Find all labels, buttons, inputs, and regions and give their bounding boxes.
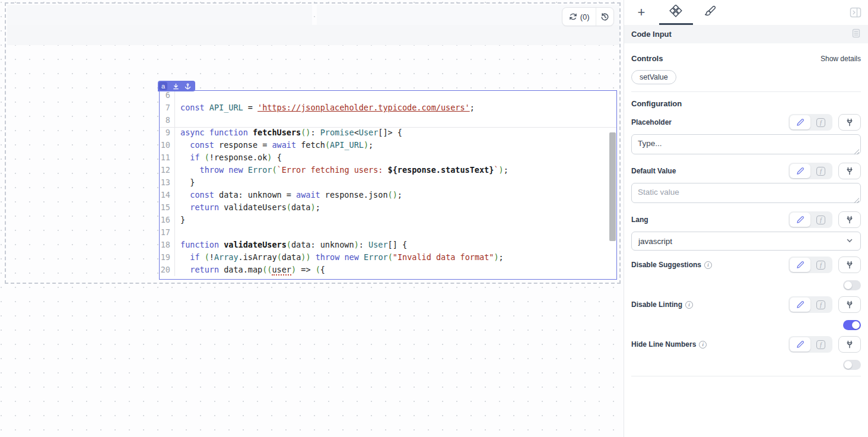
anchor-icon[interactable] [185, 83, 191, 90]
line-number: 17 [160, 226, 175, 239]
line-number: 12 [160, 164, 175, 176]
tab-add-widget[interactable]: + [631, 4, 651, 21]
code-line: 13 } [160, 176, 616, 189]
canvas-toolbar: (0) [562, 7, 614, 26]
field-label: Hide Line Numbers [631, 340, 696, 349]
line-number: 13 [160, 176, 175, 189]
code-line: 10 const response = await fetch(API_URL)… [160, 139, 616, 151]
insert-below-icon[interactable] [173, 83, 179, 90]
paintbrush-icon [704, 5, 717, 20]
js-mode-button[interactable]: f [810, 297, 831, 312]
lang-select[interactable]: javascript [631, 232, 861, 251]
bind-data-button[interactable] [838, 163, 861, 179]
line-number: 15 [160, 201, 175, 214]
js-mode-button[interactable]: f [810, 337, 831, 352]
default-value-input[interactable] [631, 183, 861, 203]
configuration-section-title: Configuration [631, 99, 682, 108]
edit-mode-button[interactable] [790, 297, 810, 312]
js-mode-button[interactable]: f [810, 258, 831, 272]
js-mode-button[interactable]: f [810, 164, 831, 178]
field-label: Default Value [631, 167, 676, 175]
fx-icon: f [816, 261, 825, 270]
divider [631, 376, 861, 376]
field-lang: Lang f javascript [631, 211, 861, 251]
js-mode-button[interactable]: f [810, 213, 831, 227]
chevron-down-icon [845, 236, 854, 246]
binding-mode-segment: f [788, 114, 832, 131]
editor-canvas[interactable]: (0) a 67const API_URL = [0, 0, 624, 437]
js-mode-button[interactable]: f [810, 115, 831, 129]
edit-mode-button[interactable] [790, 164, 810, 178]
info-icon[interactable]: i [704, 261, 712, 269]
field-label: Lang [631, 216, 648, 224]
bind-data-button[interactable] [838, 114, 861, 131]
setvalue-action-chip[interactable]: setValue [631, 70, 676, 84]
layout-zone [7, 25, 619, 45]
edit-mode-button[interactable] [790, 115, 810, 129]
tab-style[interactable] [700, 4, 720, 21]
bind-data-button[interactable] [838, 296, 861, 313]
history-icon [600, 12, 609, 21]
disable-linting-toggle[interactable] [843, 320, 861, 330]
fx-icon: f [816, 216, 825, 224]
edit-mode-button[interactable] [790, 337, 810, 352]
edit-mode-button[interactable] [790, 213, 810, 227]
field-placeholder: Placeholder f Type... [631, 113, 861, 157]
widgets-icon [669, 5, 682, 20]
field-label: Placeholder [631, 118, 672, 126]
docs-icon[interactable] [851, 28, 861, 40]
code-line: 6 [160, 90, 616, 102]
collapse-panel-icon[interactable] [849, 7, 862, 18]
property-panel: + [624, 0, 868, 437]
panel-tabbar: + [624, 0, 868, 25]
code-line: 17 [160, 226, 616, 239]
widget-header: Code Input [624, 25, 868, 43]
line-number: 10 [160, 139, 175, 151]
hide-line-numbers-toggle[interactable] [843, 360, 861, 370]
line-number: 19 [160, 251, 175, 264]
bind-data-button[interactable] [838, 256, 861, 273]
history-button[interactable] [596, 8, 613, 26]
code-input-widget[interactable]: 67const API_URL = 'https://jsonplacehold… [159, 90, 617, 280]
bind-data-button[interactable] [838, 336, 861, 353]
code-line: 9async function fetchUsers(): Promise<Us… [160, 126, 616, 139]
fx-icon: f [816, 340, 825, 349]
binding-mode-segment: f [788, 336, 832, 353]
widget-name-tool[interactable]: a [159, 82, 167, 90]
code-editor-content[interactable]: 67const API_URL = 'https://jsonplacehold… [160, 90, 616, 276]
refresh-button[interactable]: (0) [562, 8, 596, 26]
info-icon[interactable]: i [685, 301, 693, 309]
lang-value: javascript [638, 237, 672, 246]
code-line: 19 if (!Array.isArray(data)) throw new E… [160, 251, 616, 264]
info-icon[interactable]: i [699, 341, 707, 349]
show-details-link[interactable]: Show details [821, 55, 861, 63]
divider [631, 91, 861, 92]
line-number: 14 [160, 189, 175, 201]
code-line: 8 [160, 114, 616, 126]
field-hide-line-numbers: Hide Line Numbersi f [631, 335, 861, 370]
code-line: 15 return validateUsers(data); [160, 201, 616, 214]
code-line: 18function validateUsers(data: unknown):… [160, 239, 616, 251]
code-line: 12 throw new Error(`Error fetching users… [160, 164, 616, 176]
widget-title: Code Input [631, 30, 672, 39]
binding-mode-segment: f [788, 211, 832, 228]
fx-icon: f [816, 118, 825, 127]
disable-suggestions-toggle[interactable] [843, 280, 861, 290]
line-number: 16 [160, 214, 175, 226]
editor-scroll-shadow [160, 127, 616, 128]
placeholder-input[interactable]: Type... [631, 134, 861, 154]
editor-scrollbar[interactable] [609, 132, 616, 241]
binding-mode-segment: f [788, 296, 832, 313]
line-number: 18 [160, 239, 175, 251]
tab-widget-properties[interactable] [666, 4, 686, 21]
binding-mode-segment: f [788, 256, 832, 273]
field-disable-linting: Disable Lintingi f [631, 296, 861, 330]
fx-icon: f [816, 167, 825, 176]
code-line: 14 const data: unknown = await response.… [160, 189, 616, 201]
widget-selection-toolbar: a [158, 81, 195, 91]
code-line: 20 return data.map((user) => ({ [160, 264, 616, 276]
bind-data-button[interactable] [838, 211, 861, 228]
field-default-value: Default Value f [631, 162, 861, 205]
edit-mode-button[interactable] [790, 258, 810, 272]
code-line: 7const API_URL = 'https://jsonplaceholde… [160, 102, 616, 114]
